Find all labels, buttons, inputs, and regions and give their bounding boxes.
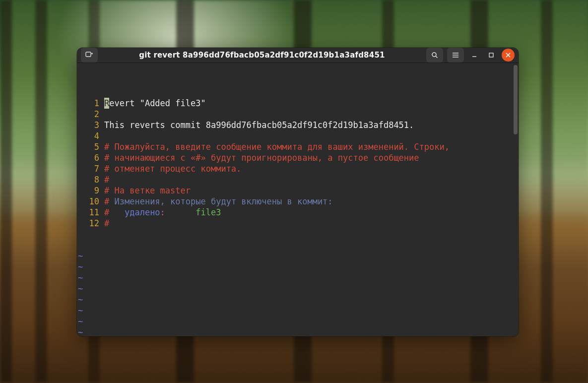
svg-point-1 xyxy=(432,53,436,57)
terminal-window: git revert 8a996dd76fbacb05a2df91c0f2d19… xyxy=(77,48,519,336)
maximize-button[interactable] xyxy=(485,49,498,62)
line-number: 1 xyxy=(77,98,104,109)
close-button[interactable] xyxy=(502,49,515,62)
editor-line: 4 xyxy=(77,130,519,141)
new-tab-icon xyxy=(85,52,93,59)
terminal-editor-area[interactable]: 1Revert "Added file3"23This reverts comm… xyxy=(77,63,519,336)
window-title: git revert 8a996dd76fbacb05a2df91c0f2d19… xyxy=(101,51,423,60)
empty-line-tilde: ~ xyxy=(77,272,519,283)
line-text: # xyxy=(104,218,519,229)
line-text xyxy=(104,109,519,120)
titlebar-controls xyxy=(426,48,515,63)
line-text: This reverts commit 8a996dd76fbacb05a2df… xyxy=(104,120,519,130)
line-number: 11 xyxy=(77,207,104,218)
empty-line-tilde: ~ xyxy=(77,261,519,272)
editor-line: 3This reverts commit 8a996dd76fbacb05a2d… xyxy=(77,120,519,130)
maximize-icon xyxy=(488,52,494,58)
line-number: 6 xyxy=(77,152,104,163)
search-button[interactable] xyxy=(426,48,443,63)
line-text: # удалено: file3 xyxy=(104,207,519,218)
line-text: # начинающиеся с «#» будут проигнорирова… xyxy=(104,152,519,163)
line-number: 8 xyxy=(77,174,104,185)
editor-line: 5# Пожалуйста, введите сообщение коммита… xyxy=(77,141,519,152)
line-number: 4 xyxy=(77,130,104,141)
line-number: 12 xyxy=(77,218,104,229)
line-number: 9 xyxy=(77,185,104,196)
hamburger-icon xyxy=(452,52,459,58)
editor-line: 1Revert "Added file3" xyxy=(77,98,519,109)
editor-line: 12# xyxy=(77,218,519,229)
line-text xyxy=(104,130,519,141)
scrollbar-thumb[interactable] xyxy=(514,65,518,134)
line-text: # отменяет процесс коммита. xyxy=(104,163,519,174)
line-number: 2 xyxy=(77,109,104,120)
line-number: 3 xyxy=(77,120,104,130)
editor-lines: 1Revert "Added file3"23This reverts comm… xyxy=(77,98,519,229)
menu-button[interactable] xyxy=(447,48,464,63)
editor-line: 8# xyxy=(77,174,519,185)
svg-rect-2 xyxy=(489,53,493,57)
search-icon xyxy=(431,52,438,59)
empty-line-tilde: ~ xyxy=(77,327,519,336)
editor-line: 2 xyxy=(77,109,519,120)
line-number: 10 xyxy=(77,196,104,207)
editor-line: 11# удалено: file3 xyxy=(77,207,519,218)
empty-line-tilde: ~ xyxy=(77,283,519,294)
editor-line: 7# отменяет процесс коммита. xyxy=(77,163,519,174)
editor-line: 10# Изменения, которые будут включены в … xyxy=(77,196,519,207)
empty-line-tilde: ~ xyxy=(77,251,519,261)
line-text: # Пожалуйста, введите сообщение коммита … xyxy=(104,141,519,152)
line-text: Revert "Added file3" xyxy=(104,98,519,109)
empty-line-tilde: ~ xyxy=(77,316,519,327)
line-number: 5 xyxy=(77,141,104,152)
close-icon xyxy=(506,53,511,58)
minimize-icon xyxy=(471,52,477,58)
svg-rect-0 xyxy=(86,52,91,57)
minimize-button[interactable] xyxy=(468,49,481,62)
empty-line-tilde: ~ xyxy=(77,294,519,305)
line-number: 7 xyxy=(77,163,104,174)
window-titlebar[interactable]: git revert 8a996dd76fbacb05a2df91c0f2d19… xyxy=(77,48,519,63)
line-text: # На ветке master xyxy=(104,185,519,196)
new-tab-button[interactable] xyxy=(81,48,98,63)
line-text: # Изменения, которые будут включены в ко… xyxy=(104,196,519,207)
editor-empty-lines: ~~~~~~~~~~ xyxy=(77,251,519,336)
line-text: # xyxy=(104,174,519,185)
editor-line: 9# На ветке master xyxy=(77,185,519,196)
empty-line-tilde: ~ xyxy=(77,305,519,316)
editor-line: 6# начинающиеся с «#» будут проигнориров… xyxy=(77,152,519,163)
